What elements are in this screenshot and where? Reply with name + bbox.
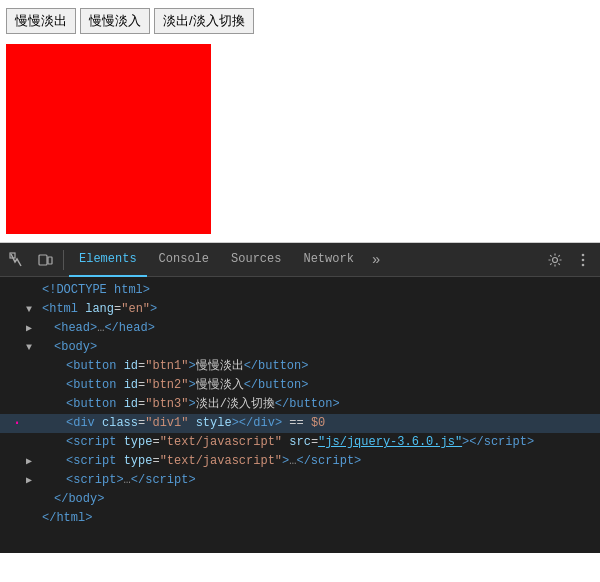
svg-point-6 [582,263,585,266]
demo-area: 慢慢淡出 慢慢淡入 淡出/淡入切換 [0,0,600,243]
code-line-head: ▶ <head>…</head> [0,319,600,338]
code-line-body-open: ▼ <body> [0,338,600,357]
script2-gt: > [282,453,289,470]
script2-type-val: "text/javascript" [160,453,282,470]
settings-icon[interactable] [542,247,568,273]
code-line-html: ▼ <html lang="en"> [0,300,600,319]
button-row: 慢慢淡出 慢慢淡入 淡出/淡入切換 [6,8,594,34]
body-close-tag: </body> [54,491,104,508]
toolbar-separator [63,250,64,270]
expand-2[interactable]: ▼ [26,301,40,318]
svg-point-3 [553,257,558,262]
code-line-script3: ▶ <script>…</script> [0,471,600,490]
expand-1 [26,282,40,299]
btn1-open: <button [66,358,116,375]
div1-close: ></div> [232,415,282,432]
fadeout-button[interactable]: 慢慢淡出 [6,8,76,34]
html-space [78,301,85,318]
script3-ellipsis: … [124,472,131,489]
div1-style-attr: style [196,415,232,432]
tab-console[interactable]: Console [149,243,219,277]
div1-class-attr: class [102,415,138,432]
div1-open: <div [66,415,95,432]
code-line-html-close: </html> [0,509,600,528]
div1-eq: == [282,415,311,432]
script1-src-val[interactable]: "js/jquery-3.6.0.js" [318,434,462,451]
tab-sources[interactable]: Sources [221,243,291,277]
btn1-val: "btn1" [145,358,188,375]
btn2-close: > [188,377,195,394]
script2-type-attr: type [124,453,153,470]
expand-9 [26,434,40,451]
expand-6 [26,377,40,394]
code-line-doctype: <!DOCTYPE html> [0,281,600,300]
code-line-script2: ▶ <script type="text/javascript">…</scri… [0,452,600,471]
more-tabs-icon[interactable]: » [366,252,386,268]
expand-12 [26,491,40,508]
script2-ellipsis: … [289,453,296,470]
script3-close: </script> [131,472,196,489]
script2-open: <script [66,453,116,470]
btn3-val: "btn3" [145,396,188,413]
animated-box [6,44,211,234]
more-options-icon[interactable] [570,247,596,273]
script1-src-attr: src [289,434,311,451]
btn1-close: > [188,358,195,375]
code-line-body-close: </body> [0,490,600,509]
expand-11[interactable]: ▶ [26,472,40,489]
script3-open: <script> [66,472,124,489]
html-eq: = [114,301,121,318]
html-tag-open: <html [42,301,78,318]
code-line-btn2: <button id="btn2">慢慢淡入</button> [0,376,600,395]
devtools-content[interactable]: <!DOCTYPE html> ▼ <html lang="en"> ▶ <he… [0,277,600,553]
btn3-open: <button [66,396,116,413]
tab-elements[interactable]: Elements [69,243,147,277]
code-line-div1: · <div class="div1" style></div> == $0 [0,414,600,433]
btn2-text: 慢慢淡入 [196,377,244,394]
tab-network[interactable]: Network [293,243,363,277]
expand-4[interactable]: ▼ [26,339,40,356]
btn3-text: 淡出/淡入切換 [196,396,275,413]
head-close: </head> [104,320,154,337]
expand-5 [26,358,40,375]
code-line-btn3: <button id="btn3">淡出/淡入切換</button> [0,395,600,414]
gutter-8: · [8,415,26,431]
code-line-script1: <script type="text/javascript" src="js/j… [0,433,600,452]
expand-10[interactable]: ▶ [26,453,40,470]
btn3-end: </button> [275,396,340,413]
device-icon[interactable] [32,247,58,273]
expand-7 [26,396,40,413]
expand-13 [26,510,40,527]
html-tag-close: > [150,301,157,318]
toolbar-right-icons [542,247,596,273]
toggle-button[interactable]: 淡出/淡入切換 [154,8,254,34]
btn3-attr: id [124,396,138,413]
svg-point-4 [582,253,585,256]
btn2-open: <button [66,377,116,394]
fadein-button[interactable]: 慢慢淡入 [80,8,150,34]
script2-close: </script> [296,453,361,470]
svg-point-5 [582,258,585,261]
script1-close: ></script> [462,434,534,451]
devtools-panel: Elements Console Sources Network » [0,243,600,553]
devtools-toolbar: Elements Console Sources Network » [0,243,600,277]
html-close-tag: </html> [42,510,92,527]
html-attr: lang [85,301,114,318]
btn1-text: 慢慢淡出 [196,358,244,375]
body-open-tag: <body> [54,339,97,356]
head-ellipsis: … [97,320,104,337]
head-tag: <head> [54,320,97,337]
btn2-val: "btn2" [145,377,188,394]
code-line-btn1: <button id="btn1">慢慢淡出</button> [0,357,600,376]
inspect-icon[interactable] [4,247,30,273]
div1-class-val: "div1" [145,415,188,432]
btn1-end: </button> [244,358,309,375]
btn3-close: > [188,396,195,413]
btn1-attr: id [124,358,138,375]
script1-open: <script [66,434,116,451]
div1-dollar: $0 [311,415,325,432]
script1-type-attr: type [124,434,153,451]
svg-rect-1 [39,255,47,265]
expand-3[interactable]: ▶ [26,320,40,337]
html-val: "en" [121,301,150,318]
